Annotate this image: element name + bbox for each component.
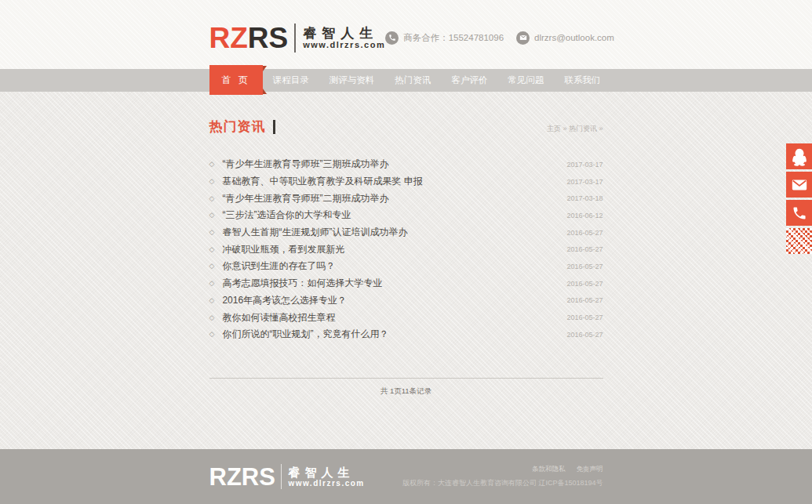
diamond-bullet-icon: ◇ xyxy=(209,331,215,338)
brand-website: www.dlrzrs.com xyxy=(303,41,385,49)
news-item-title: “青少年生涯教育导师班”二期班成功举办 xyxy=(222,192,566,205)
site-header: RZRS 睿智人生 www.dlrzrs.com 商务合作：1552478109… xyxy=(0,0,812,69)
news-item-date: 2016-05-27 xyxy=(566,314,603,321)
news-item-date: 2016-05-27 xyxy=(566,331,603,339)
nav-item[interactable]: 常见问题 xyxy=(497,69,554,92)
contact-email[interactable]: dlrzrs@outlook.com xyxy=(516,31,614,45)
news-item-date: 2016-05-27 xyxy=(566,296,603,304)
news-item-date: 2016-06-12 xyxy=(566,212,603,219)
news-item-title: 你意识到生涯的存在了吗？ xyxy=(222,259,566,273)
logo-wordmark: RZRS xyxy=(209,24,289,53)
news-list: ◇ “青少年生涯教育导师班”三期班成功举办 2017-03-17 ◇ 基础教育、… xyxy=(209,156,603,343)
logo-dark-letters: RS xyxy=(248,22,288,54)
footer-brand-website: www.dlrzrs.com xyxy=(288,480,364,488)
news-item-date: 2016-05-27 xyxy=(566,229,603,237)
footer-copyright: 版权所有：大连睿智人生教育咨询有限公司 辽ICP备15018194号 xyxy=(402,478,603,488)
news-list-item[interactable]: ◇ 教你如何读懂高校招生章程 2016-05-27 xyxy=(209,309,603,326)
diamond-bullet-icon: ◇ xyxy=(209,178,215,185)
footer-brand-name: 睿智人生 xyxy=(288,466,364,479)
contact-phone: 商务合作：15524781096 xyxy=(385,31,504,45)
news-list-item[interactable]: ◇ “青少年生涯教育导师班”三期班成功举办 2017-03-17 xyxy=(209,156,603,173)
pagination-summary: 共 1页11条记录 xyxy=(209,386,603,397)
diamond-bullet-icon: ◇ xyxy=(209,195,215,202)
nav-item[interactable]: 热门资讯 xyxy=(384,69,441,92)
site-logo[interactable]: RZRS 睿智人生 www.dlrzrs.com xyxy=(209,24,386,53)
footer-logo-wordmark: RZRS xyxy=(209,465,275,489)
news-list-item[interactable]: ◇ “青少年生涯教育导师班”二期班成功举办 2017-03-18 xyxy=(209,190,603,207)
news-item-date: 2016-05-27 xyxy=(566,280,603,288)
news-list-item[interactable]: ◇ 高考志愿填报技巧：如何选择大学专业 2016-05-27 xyxy=(209,275,603,292)
phone-icon xyxy=(385,31,399,45)
title-divider xyxy=(273,120,275,134)
logo-accent-letters: RZ xyxy=(209,22,248,54)
news-item-title: 高考志愿填报技巧：如何选择大学专业 xyxy=(222,277,566,290)
logo-divider xyxy=(294,24,296,53)
mail-icon xyxy=(516,31,530,45)
news-item-title: 冲破职业瓶颈，看到发展新光 xyxy=(222,243,566,256)
qr-code-icon[interactable] xyxy=(786,228,812,254)
diamond-bullet-icon: ◇ xyxy=(209,314,215,321)
phone-icon[interactable] xyxy=(786,200,812,226)
nav-item[interactable]: 测评与资料 xyxy=(319,69,385,92)
news-list-item[interactable]: ◇ 你们所说的“职业规划”，究竟有什么用？ 2016-05-27 xyxy=(209,326,603,343)
news-list-item[interactable]: ◇ “三步法”选适合你的大学和专业 2016-06-12 xyxy=(209,207,603,224)
news-item-title: 睿智人生首期“生涯规划师”认证培训成功举办 xyxy=(222,226,566,239)
contact-email-text: dlrzrs@outlook.com xyxy=(534,33,614,42)
news-item-date: 2016-05-27 xyxy=(566,245,603,253)
diamond-bullet-icon: ◇ xyxy=(209,229,215,236)
news-item-date: 2017-03-17 xyxy=(566,161,603,169)
news-item-title: 教你如何读懂高校招生章程 xyxy=(222,311,566,325)
nav-item[interactable]: 课程目录 xyxy=(263,69,319,92)
list-divider xyxy=(209,378,603,379)
news-item-date: 2016-05-27 xyxy=(566,263,603,270)
nav-item[interactable]: 客户评价 xyxy=(441,69,497,92)
qq-icon[interactable] xyxy=(786,143,812,169)
footer-links: 条款和隐私 免责声明 xyxy=(402,465,603,474)
page-title: 热门资讯 xyxy=(209,118,266,136)
footer-link-terms[interactable]: 条款和隐私 xyxy=(532,465,566,474)
brand-name: 睿智人生 xyxy=(303,26,385,42)
diamond-bullet-icon: ◇ xyxy=(209,297,215,304)
diamond-bullet-icon: ◇ xyxy=(209,212,215,219)
news-list-item[interactable]: ◇ 2016年高考该怎么选择专业？ 2016-05-27 xyxy=(209,292,603,310)
news-item-title: “三步法”选适合你的大学和专业 xyxy=(222,208,566,222)
diamond-bullet-icon: ◇ xyxy=(209,263,215,270)
diamond-bullet-icon: ◇ xyxy=(209,161,215,168)
news-list-item[interactable]: ◇ 基础教育、中等职业教育教学及科研成果奖 申报 2017-03-17 xyxy=(209,173,603,190)
header-contact: 商务合作：15524781096 dlrzrs@outlook.com xyxy=(385,31,614,45)
news-list-item[interactable]: ◇ 睿智人生首期“生涯规划师”认证培训成功举办 2016-05-27 xyxy=(209,224,603,241)
nav-item[interactable]: 首 页 xyxy=(209,65,263,95)
diamond-bullet-icon: ◇ xyxy=(209,280,215,287)
site-footer: RZRS 睿智人生 www.dlrzrs.com 条款和隐私 免责声明 版权所有… xyxy=(0,449,812,504)
main-nav: 首 页 课程目录 测评与资料 热门资讯 客户评价 常见问题 联系我们 xyxy=(0,69,812,92)
footer-logo-left: RZ xyxy=(209,463,242,491)
nav-list: 首 页 课程目录 测评与资料 热门资讯 客户评价 常见问题 联系我们 xyxy=(209,69,603,92)
main-content: 热门资讯 主页 » 热门资讯 » ◇ “青少年生涯教育导师班”三期班成功举办 2… xyxy=(0,92,812,449)
news-item-title: 2016年高考该怎么选择专业？ xyxy=(222,294,566,307)
floating-contact-bar xyxy=(786,143,812,254)
mail-icon[interactable] xyxy=(786,172,812,198)
footer-link-disclaimer[interactable]: 免责声明 xyxy=(577,465,603,474)
footer-logo-divider xyxy=(281,464,282,489)
news-item-date: 2017-03-17 xyxy=(566,178,603,186)
diamond-bullet-icon: ◇ xyxy=(209,246,215,253)
news-item-title: 基础教育、中等职业教育教学及科研成果奖 申报 xyxy=(222,175,566,188)
news-list-item[interactable]: ◇ 冲破职业瓶颈，看到发展新光 2016-05-27 xyxy=(209,241,603,258)
news-item-date: 2017-03-18 xyxy=(566,194,603,202)
footer-logo[interactable]: RZRS 睿智人生 www.dlrzrs.com xyxy=(209,464,365,489)
footer-logo-right: RS xyxy=(242,463,275,491)
breadcrumb[interactable]: 主页 » 热门资讯 » xyxy=(547,124,603,136)
news-item-title: 你们所说的“职业规划”，究竟有什么用？ xyxy=(222,328,566,341)
nav-item[interactable]: 联系我们 xyxy=(554,69,610,92)
news-item-title: “青少年生涯教育导师班”三期班成功举办 xyxy=(222,158,566,171)
contact-phone-text: 商务合作：15524781096 xyxy=(403,32,504,44)
news-list-item[interactable]: ◇ 你意识到生涯的存在了吗？ 2016-05-27 xyxy=(209,258,603,275)
